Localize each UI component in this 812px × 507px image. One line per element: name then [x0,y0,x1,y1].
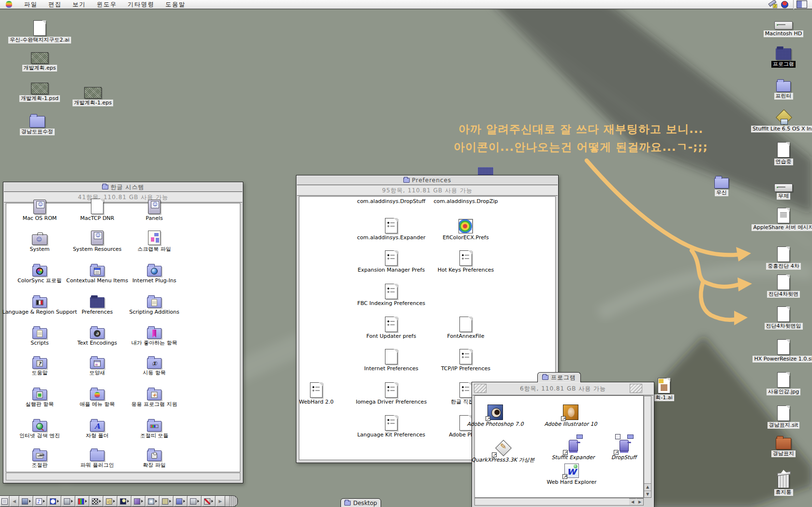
desktop-pattern-module[interactable] [89,496,103,507]
finder-icon[interactable] [797,0,807,8]
file-item[interactable]: ColorSync 프로필 [11,260,68,284]
file-exchange-module[interactable] [202,496,216,507]
file-item[interactable]: Iomega Driver Preferences [355,381,428,405]
file-item[interactable]: ↗QuarkXPress3.3K 가상본 [464,439,542,463]
clock-module[interactable] [47,496,61,507]
desktop-icon-eps2-file[interactable]: 개발계획-1.eps [59,87,127,106]
file-item[interactable]: Hot Keys Preferences [429,249,502,273]
file-item[interactable]: A자형 폴더 [69,415,126,439]
desktop-icon-cover-sit[interactable]: 경남표지.sit [750,406,812,429]
desktop-icon-wooshin-folder[interactable]: 우신 [688,178,755,196]
file-item[interactable]: ↗Adobe Illustrator 10 [534,404,607,427]
file-item[interactable]: Preferences [69,291,126,315]
cd-audio-module[interactable] [146,496,160,507]
file-item[interactable]: FontAnnexFile [429,316,502,339]
pencil-input-icon[interactable]: 2 [768,1,777,8]
scroll-right-button[interactable]: ▶ [636,498,643,505]
file-item[interactable]: Scripting Additions [126,291,183,315]
desktop-icon-macintosh-hd[interactable]: Macintosh HD [750,21,812,37]
desktop-popup-tab[interactable]: Desktop [340,498,381,507]
popup-tab[interactable]: 프로그램 [537,372,581,382]
energy-saver-module[interactable] [118,496,132,507]
horizontal-scrollbar[interactable]: ◀ ▶ [474,498,644,506]
file-item[interactable]: 조절띠 모듈 [126,415,183,439]
appearance-module[interactable] [132,496,146,507]
window-program[interactable]: 프로그램 6항목, 110.81 GB 사용 가능 ▲ ▼ ◀ ▶ ↗Adobe… [472,382,654,507]
control-strip[interactable]: ◀ ♪ ◁ ▶ [0,495,238,507]
menu-file[interactable]: 파일 [19,0,43,9]
file-item[interactable]: Font Updater prefs [355,316,428,339]
desktop-icon-trash[interactable]: 휴지통 [750,474,812,496]
desktop-icon-folder[interactable]: 경남도표수정 [3,116,71,135]
file-item[interactable]: WebHard 2.0 [280,381,353,405]
printer-module[interactable] [188,496,202,507]
collapse-handle[interactable] [0,496,10,507]
file-item[interactable]: MacTCP DNR [69,198,126,221]
file-item[interactable]: Contextual Menu Items [69,260,126,284]
file-item[interactable]: ↗Adobe Photoshop 7.0 [459,404,531,427]
window-titlebar[interactable]: 한글 시스템 [4,183,242,192]
desktop-icon-cover-folder[interactable]: 경남표지 [750,438,812,457]
cd-music-module[interactable]: ♪ [33,496,47,507]
desktop-icon-powerresize-doc[interactable]: HX PowerResize 1.0.si [750,339,812,362]
file-item[interactable]: 스크랩북 파일 [126,229,183,252]
menu-window[interactable]: 윈도우 [91,0,122,9]
desktop-icon-seal-jpg[interactable]: 사용인감.jpg [750,372,812,395]
menu-view[interactable]: 보기 [67,0,91,9]
file-item[interactable]: Expansion Manager Prefs [355,249,428,273]
desktop-icon-ai-file[interactable]: 우신-수완택지지구도2.ai [6,20,74,43]
scroll-up-button[interactable]: ▲ [644,483,651,490]
file-item[interactable]: EfiColorECX.Prefs [429,217,502,241]
file-item[interactable]: ?도움말 [11,352,68,376]
drag-grip-left[interactable] [474,384,487,393]
desktop-icon-flyer4-back-doc[interactable]: 전단4차뒷면 [750,275,812,298]
file-item[interactable]: w↗Web Hard Explorer [535,462,608,485]
file-item[interactable]: FBC Indexing Preferences [355,283,428,306]
scroll-down-button[interactable]: ▼ [644,491,651,497]
clock-icon[interactable] [781,1,788,8]
scroll-left-button[interactable]: ◀ [629,498,636,505]
security-lock-module[interactable] [160,496,174,507]
window-hangul-system[interactable]: 한글 시스템 41항목, 110.81 GB 사용 가능 Mac OS ROM … [3,182,243,483]
desktop-icon-eps-file[interactable]: 개발계획.eps [6,52,74,72]
window-titlebar[interactable]: Preferences [297,176,558,185]
file-item[interactable]: Language Kit Preferences [355,414,428,438]
display-module[interactable] [19,496,33,507]
file-sharing-module[interactable] [174,496,188,507]
menu-help[interactable]: 도움말 [160,0,191,9]
file-item[interactable]: com.aladdinsys.DropZip [429,197,502,204]
file-item[interactable]: 조절판 [11,445,68,468]
horizontal-scrollbar[interactable] [6,473,240,480]
file-item[interactable]: System Resources [69,229,126,252]
desktop-icon-untitled-drive[interactable]: 무제 [750,184,812,200]
file-item[interactable]: com.aladdinsys.Expander [355,217,428,241]
file-item[interactable]: 애플 메뉴 항목 [69,384,126,407]
file-item[interactable]: TCP/IP Preferences [429,348,502,372]
file-item[interactable]: Mac OS ROM [11,198,68,221]
file-item[interactable]: ①시동 항목 [126,352,183,376]
desktop-icon-program-folder[interactable]: 프로그램 [750,48,812,68]
desktop-icon-flyer4-back2-doc[interactable]: 전단4차뒷면임 [750,306,812,330]
menu-commands[interactable]: 기타명령 [122,0,160,9]
file-item[interactable]: 확장 파일 [126,445,183,468]
file-item[interactable]: System [11,229,68,252]
file-item[interactable]: Language & Region Support [11,291,68,315]
color-depth-module[interactable] [75,496,89,507]
file-item[interactable]: Scripts [11,322,68,346]
file-item[interactable]: 인터넷 검색 엔진 [11,415,68,439]
menu-edit[interactable]: 편집 [43,0,67,9]
desktop-icon-flyer4-doc[interactable]: 중흥전단 4차 [750,246,812,270]
apple-menu-icon[interactable] [6,1,12,8]
file-item[interactable]: Internet Preferences [355,348,428,372]
file-item[interactable]: 파워 플러그인 [69,445,126,468]
scroll-right-arrow[interactable]: ▶ [216,496,225,507]
desktop-icon-printer-folder[interactable]: 프린터 [750,81,812,100]
file-item[interactable]: 모양새 [69,352,126,376]
file-item[interactable]: 내가 좋아하는 항목 [126,322,183,346]
file-item[interactable]: Panels [126,198,183,221]
file-item[interactable]: aText Encodings [69,322,126,346]
sound-source-module[interactable] [61,496,75,507]
volume-module[interactable]: ◁ [103,496,118,507]
file-item[interactable]: ↗DropStuff [588,437,660,461]
file-item[interactable]: +응용 프로그램 지원 [126,384,183,407]
